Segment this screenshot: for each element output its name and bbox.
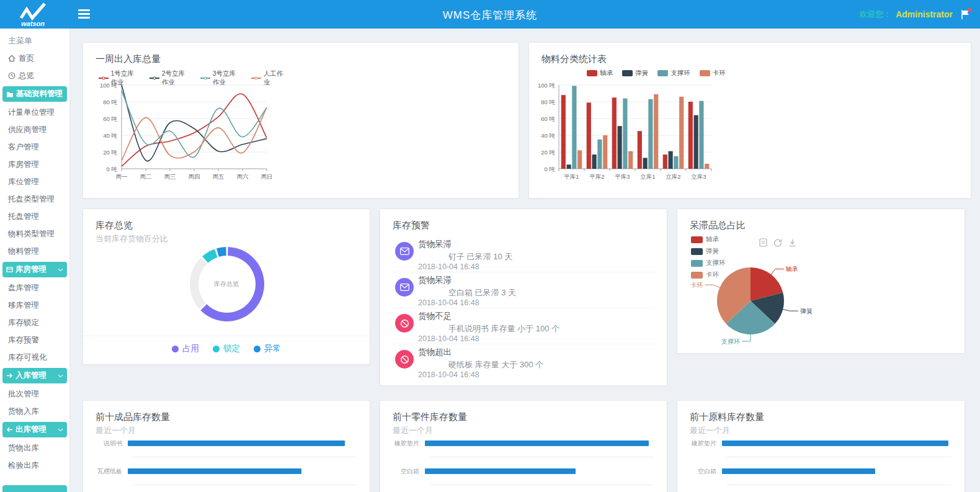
sidebar-item-label: 物料类型管理 [8, 229, 55, 239]
svg-text:周六: 周六 [237, 173, 249, 180]
sidebar-item-11[interactable]: 物料管理 [0, 243, 69, 260]
alert-message: 钉子 已呆滞 10 天 [448, 251, 512, 262]
legend-marker [200, 78, 210, 79]
legend-marker [149, 78, 159, 79]
svg-text:轴承: 轴承 [785, 266, 798, 272]
app-header: watson WMS仓库管理系统 欢迎您： Administrator [0, 0, 980, 29]
legend-item[interactable]: 轴承 [587, 69, 613, 78]
svg-text:20 吨: 20 吨 [541, 149, 555, 156]
top-finished-hbar-chart: 说明书瓦楞纸板橡胶垫片空白箱 [96, 429, 356, 492]
sidebar-item-5[interactable]: 客户管理 [0, 138, 69, 156]
hbar-bar [722, 441, 948, 446]
sidebar-item-13[interactable]: 盘库管理 [0, 279, 69, 297]
sidebar-item-23[interactable]: 检验出库 [0, 457, 69, 474]
sidebar-item-label: 基础资料管理 [16, 89, 63, 99]
sidebar-item-12[interactable]: 库房管理 [2, 262, 67, 277]
sidebar-item-14[interactable]: 移库管理 [0, 297, 69, 314]
svg-text:0 吨: 0 吨 [545, 166, 555, 172]
sidebar-item-label: 库存可视化 [8, 352, 47, 363]
sidebar-item-label: 托盘管理 [8, 212, 39, 222]
sidebar-item-9[interactable]: 托盘管理 [0, 208, 69, 225]
sidebar-item-3[interactable]: 计量单位管理 [0, 104, 69, 121]
sidebar-item-label: 货物入库 [8, 406, 39, 417]
notification-flag-icon[interactable] [961, 9, 970, 20]
legend-item[interactable]: 卡环 [700, 69, 726, 78]
sidebar-item-10[interactable]: 物料类型管理 [0, 225, 69, 243]
hbar-category-label: 瓦楞纸板 [96, 467, 128, 476]
hbar-category-label: 橡胶垫片 [690, 439, 722, 448]
hbar-row: 空白箱 [393, 465, 653, 478]
alert-timestamp: 2018-10-04 16:48 [418, 334, 479, 343]
sidebar-item-2[interactable]: 基础资料管理 [2, 86, 67, 102]
alert-title: 货物超出 [418, 347, 452, 358]
hbar-row: 瓦楞纸板 [96, 465, 356, 478]
svg-text:40 吨: 40 吨 [103, 132, 117, 139]
svg-text:20 吨: 20 吨 [103, 149, 117, 156]
sidebar-item-22[interactable]: 货物出库 [0, 439, 69, 457]
hbar-gridline [430, 457, 653, 457]
top-parts-hbar-chart: 橡胶垫片空白箱彩卡说明书 [393, 429, 653, 492]
svg-text:平库2: 平库2 [589, 173, 604, 180]
alert-list-item: 货物不足手机说明书 库存量 小于 100 个2018-10-04 16:48 [391, 308, 656, 344]
overview-icon [8, 72, 16, 79]
hbar-gridline [728, 457, 951, 457]
donut-legend-item[interactable]: 异常 [254, 343, 281, 354]
hbar-bar [128, 441, 345, 446]
sidebar-item-7[interactable]: 库位管理 [0, 173, 69, 190]
sidebar-item-19[interactable]: 批次管理 [0, 385, 69, 403]
legend-label: 轴承 [600, 69, 613, 78]
sidebar-section-label: 主菜单 [0, 34, 69, 50]
alert-list-item: 货物呆滞钉子 已呆滞 10 天2018-10-04 16:48 [391, 236, 656, 272]
donut-legend-item[interactable]: 锁定 [213, 343, 240, 354]
legend-marker [99, 78, 109, 79]
chevron-down-icon [58, 268, 63, 272]
svg-text:60 吨: 60 吨 [103, 115, 117, 122]
sidebar-item-label: 入库管理 [16, 370, 47, 381]
sidebar-item-4[interactable]: 供应商管理 [0, 121, 69, 138]
top-raw-hbar-chart: 橡胶垫片空白箱彩卡说明书 [690, 429, 951, 492]
hbar-gridline [133, 457, 356, 457]
svg-text:100 吨: 100 吨 [100, 82, 117, 89]
svg-text:立库2: 立库2 [666, 173, 680, 180]
donut-legend-item[interactable]: 占用 [172, 343, 199, 354]
card-title: 库存预警 [380, 209, 667, 231]
legend-dot-icon [172, 346, 179, 352]
username[interactable]: Administrator [896, 9, 953, 19]
legend-marker [657, 70, 668, 76]
sidebar-item-21[interactable]: 出库管理 [2, 422, 67, 437]
hbar-gridline [728, 485, 951, 485]
legend-item[interactable]: 支撑环 [657, 69, 690, 78]
card-inventory-alerts: 库存预警 货物呆滞钉子 已呆滞 10 天2018-10-04 16:48货物呆滞… [380, 208, 667, 386]
svg-text:支撑环: 支撑环 [721, 338, 740, 345]
legend-marker [622, 70, 633, 76]
weekly-line-chart: 0 吨20 吨40 吨60 吨80 吨100 吨周一周二周三周四周五周六周日 [92, 80, 278, 189]
svg-text:周三: 周三 [164, 173, 176, 180]
sidebar-item-label: 库存预警 [8, 335, 39, 346]
legend-item[interactable]: 弹簧 [622, 69, 648, 78]
card-title: 一周出入库总量 [83, 43, 519, 65]
hbar-gridline [430, 485, 653, 485]
sidebar-item-16[interactable]: 库存预警 [0, 331, 69, 349]
sidebar-item-6[interactable]: 库房管理 [0, 156, 69, 173]
sidebar-item-20[interactable]: 货物入库 [0, 403, 69, 420]
home-icon [8, 55, 16, 62]
sidebar-item-label: 库存锁定 [8, 318, 39, 328]
hbar-bar [128, 468, 301, 474]
sidebar-item-cutoff[interactable] [2, 485, 67, 492]
page-title: WMS仓库管理系统 [0, 8, 980, 22]
svg-text:周二: 周二 [140, 173, 152, 180]
mail-icon [395, 242, 414, 261]
card-title: 物料分类统计表 [529, 43, 971, 65]
notification-badge [968, 8, 971, 12]
sidebar-item-1[interactable]: 总览 [0, 67, 69, 84]
hbar-bar [425, 441, 649, 446]
sidebar-item-0[interactable]: 首页 [0, 50, 69, 67]
sidebar-item-18[interactable]: 入库管理 [2, 368, 67, 383]
sidebar-item-15[interactable]: 库存锁定 [0, 314, 69, 331]
svg-text:周一: 周一 [116, 173, 128, 180]
outbound-arrow-icon [6, 427, 13, 432]
legend-dot-icon [254, 346, 261, 352]
sidebar-item-17[interactable]: 库存可视化 [0, 349, 69, 366]
sidebar-item-8[interactable]: 托盘类型管理 [0, 190, 69, 208]
legend-label: 占用 [182, 343, 199, 354]
